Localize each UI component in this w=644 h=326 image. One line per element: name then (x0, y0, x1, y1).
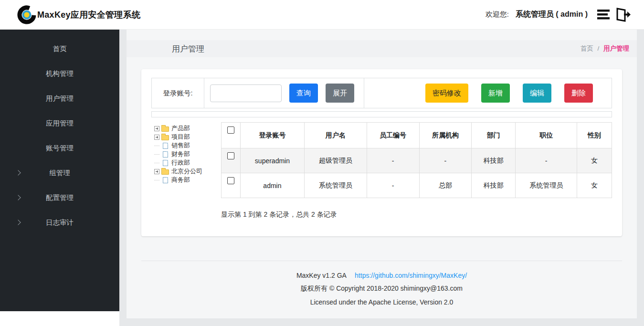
col-header-username: 用户名 (304, 123, 367, 148)
add-button[interactable]: 新增 (481, 84, 510, 103)
page-titlebar: 用户管理 首页 / 用户管理 (127, 40, 637, 57)
chevron-right-icon (15, 170, 21, 175)
tree-node-product-dept[interactable]: 产品部 (154, 124, 221, 133)
content-area: 用户管理 首页 / 用户管理 登录账号: 查询 展开 (119, 30, 644, 326)
tree-connector (154, 163, 159, 163)
page-footer: MaxKey v1.2 GA https://github.com/shimin… (127, 261, 637, 306)
tree-node-label: 销售部 (171, 141, 190, 150)
table-header-row: 登录账号 用户名 员工编号 所属机构 部门 职位 性别 (222, 123, 612, 148)
tree-node-label: 行政部 (171, 158, 190, 167)
sidebar-item-user-mgmt[interactable]: 用户管理 (0, 86, 119, 111)
sidebar-item-group-mgmt[interactable]: 组管理 (0, 160, 119, 185)
col-header-organization: 所属机构 (419, 123, 472, 148)
user-management-card: 登录账号: 查询 展开 密码修改 新增 编辑 删除 (141, 69, 622, 236)
col-header-position: 职位 (516, 123, 577, 148)
cell-position: - (516, 148, 577, 173)
cell-employee-no: - (367, 173, 419, 198)
cell-employee-no: - (367, 148, 419, 173)
cell-gender: 女 (577, 148, 612, 173)
cell-department: 科技部 (472, 148, 516, 173)
table-row[interactable]: superadmin 超级管理员 - - 科技部 - 女 (222, 148, 612, 173)
tree-node-label: 产品部 (171, 124, 190, 133)
col-header-department: 部门 (472, 123, 516, 148)
cell-department: 科技部 (472, 173, 516, 198)
tree-expand-plus-icon[interactable] (154, 169, 159, 174)
sidebar-nav: 首页 机构管理 用户管理 应用管理 账号管理 组管理 配置管理 日志审计 (0, 30, 119, 311)
menu-list-icon[interactable] (596, 7, 612, 23)
change-password-button[interactable]: 密码修改 (425, 84, 468, 103)
query-button[interactable]: 查询 (289, 84, 318, 103)
welcome-label: 欢迎您: (486, 10, 509, 19)
file-icon (163, 143, 168, 149)
folder-icon (161, 169, 169, 175)
content-panel: 用户管理 首页 / 用户管理 登录账号: 查询 展开 (127, 30, 637, 318)
current-user: 系统管理员 ( admin ) (516, 10, 588, 20)
sidebar-item-label: 日志审计 (46, 218, 74, 227)
sidebar-item-app-mgmt[interactable]: 应用管理 (0, 111, 119, 136)
table-row[interactable]: admin 系统管理员 - 总部 科技部 系统管理员 女 (222, 173, 612, 198)
sidebar-item-config-mgmt[interactable]: 配置管理 (0, 185, 119, 210)
tree-node-finance-dept[interactable]: 财务部 (154, 150, 221, 158)
edit-button[interactable]: 编辑 (523, 84, 551, 103)
tree-node-beijing-branch[interactable]: 北京分公司 (154, 167, 221, 176)
sidebar-item-label: 首页 (53, 44, 67, 53)
sidebar-item-label: 应用管理 (46, 119, 74, 128)
tree-node-project-dept[interactable]: 项目部 (154, 133, 221, 141)
user-table: 登录账号 用户名 员工编号 所属机构 部门 职位 性别 (221, 122, 612, 198)
breadcrumb-separator: / (597, 45, 599, 52)
sidebar-item-org-mgmt[interactable]: 机构管理 (0, 61, 119, 86)
sidebar-item-home[interactable]: 首页 (0, 36, 119, 61)
tree-connector (154, 180, 159, 180)
tree-node-label: 项目部 (171, 133, 190, 141)
sidebar-item-log-audit[interactable]: 日志审计 (0, 210, 119, 235)
cell-organization: - (419, 148, 472, 173)
cell-username: 系统管理员 (304, 173, 367, 198)
breadcrumb-home-link[interactable]: 首页 (581, 45, 593, 52)
cell-gender: 女 (577, 173, 612, 198)
sidebar-item-label: 账号管理 (46, 144, 74, 153)
folder-icon (161, 126, 169, 132)
tree-node-admin-dept[interactable]: 行政部 (154, 158, 221, 167)
tree-connector (154, 146, 159, 146)
tree-node-sales-dept[interactable]: 销售部 (154, 141, 221, 150)
search-cell: 查询 展开 (204, 78, 364, 108)
app-title: MaxKey应用安全管理系统 (37, 9, 140, 21)
collapsed-advanced-search-strip (151, 111, 612, 117)
footer-copyright: 版权所有 © Copyright 2018-2020 shimingxy@163… (127, 284, 637, 293)
chevron-right-icon (15, 195, 21, 200)
sidebar-item-label: 机构管理 (46, 69, 74, 78)
logout-icon[interactable] (614, 7, 631, 23)
cell-organization: 总部 (419, 173, 472, 198)
github-link[interactable]: https://github.com/shimingxy/MaxKey/ (355, 272, 467, 279)
file-icon (163, 160, 168, 166)
delete-button[interactable]: 删除 (564, 84, 593, 103)
tree-node-business-dept[interactable]: 商务部 (154, 176, 221, 184)
tree-and-table: 产品部 项目部 销售部 (151, 122, 612, 198)
tree-expand-plus-icon[interactable] (154, 126, 159, 131)
tree-node-label: 商务部 (171, 176, 190, 184)
cell-position: 系统管理员 (516, 173, 577, 198)
login-account-input[interactable] (210, 84, 282, 102)
sidebar-item-label: 配置管理 (46, 193, 74, 202)
action-buttons: 密码修改 新增 编辑 删除 (364, 78, 612, 108)
footer-version: MaxKey v1.2 GA (296, 272, 346, 279)
file-icon (163, 151, 168, 158)
org-tree: 产品部 项目部 销售部 (151, 122, 221, 198)
sidebar-item-label: 组管理 (49, 168, 70, 178)
select-all-checkbox[interactable] (227, 126, 234, 134)
col-header-gender: 性别 (577, 123, 612, 148)
expand-button[interactable]: 展开 (326, 84, 354, 103)
tree-connector (154, 154, 159, 155)
breadcrumb: 首页 / 用户管理 (581, 44, 629, 53)
login-account-label: 登录账号: (152, 78, 204, 108)
cell-login-account: admin (240, 173, 304, 198)
row-checkbox[interactable] (227, 177, 234, 184)
col-header-login-account: 登录账号 (240, 123, 304, 148)
maxkey-logo-icon (17, 5, 36, 24)
footer-license: Licensed under the Apache License, Versi… (127, 298, 637, 306)
chevron-right-icon (15, 220, 21, 225)
row-checkbox[interactable] (227, 152, 234, 159)
tree-node-label: 北京分公司 (171, 167, 202, 176)
sidebar-item-account-mgmt[interactable]: 账号管理 (0, 136, 119, 160)
tree-expand-plus-icon[interactable] (154, 135, 159, 140)
